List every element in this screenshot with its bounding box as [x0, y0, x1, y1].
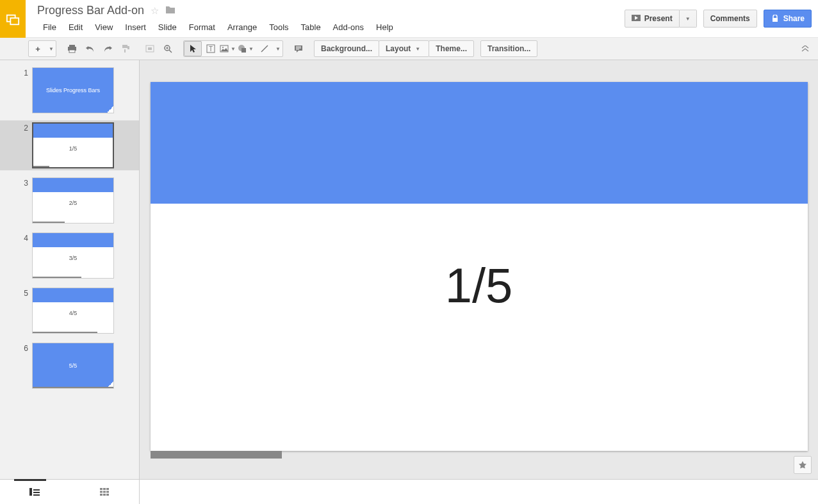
zoom-button[interactable] — [159, 41, 177, 56]
thumbnail[interactable]: 3/5 — [32, 232, 114, 279]
menu-view[interactable]: View — [89, 20, 119, 35]
slide-header-shape[interactable] — [151, 82, 808, 204]
slide-thumbnail-4[interactable]: 43/5 — [0, 231, 139, 280]
menu-insert[interactable]: Insert — [119, 20, 152, 35]
theme-button[interactable]: Theme... — [429, 41, 473, 56]
thumb-progress-bar — [33, 332, 97, 333]
paint-format-button[interactable] — [117, 41, 135, 56]
document-title[interactable]: Progress Bar Add-on — [37, 4, 144, 17]
svg-rect-9 — [148, 47, 152, 50]
folder-icon[interactable] — [165, 5, 176, 16]
share-button[interactable]: Share — [764, 10, 812, 28]
line-icon — [260, 44, 269, 53]
explore-button[interactable] — [794, 456, 812, 474]
svg-rect-37 — [106, 494, 109, 496]
svg-rect-26 — [33, 489, 40, 491]
slide-canvas[interactable]: 1/5 — [151, 82, 808, 451]
canvas-area[interactable]: 1/5 — [140, 60, 818, 479]
thumb-title-text: Slides Progress Bars — [33, 68, 113, 113]
slide-number: 2 — [0, 122, 32, 133]
slide-number: 4 — [0, 232, 32, 243]
svg-rect-36 — [103, 494, 106, 496]
star-icon[interactable]: ☆ — [151, 5, 159, 17]
print-button[interactable] — [63, 41, 81, 56]
menu-addons[interactable]: Add-ons — [327, 20, 370, 35]
footer — [0, 479, 818, 504]
thumb-progress-bar — [33, 387, 113, 388]
menu-bar: File Edit View Insert Slide Format Arran… — [37, 20, 618, 35]
toolbar: + ▼ T ▼ ▼ ▼ Background... Layout▼ Theme.… — [0, 38, 818, 60]
slide-text[interactable]: 1/5 — [445, 257, 513, 313]
app-logo[interactable] — [0, 0, 26, 38]
line-dropdown[interactable]: ▼ — [274, 41, 282, 56]
thumbnail[interactable]: 1/5 — [32, 122, 114, 168]
filmstrip-view-tab[interactable] — [15, 480, 54, 504]
shape-icon — [238, 44, 247, 53]
slide-thumbnail-6[interactable]: 65/5 — [0, 341, 139, 391]
grid-view-tab[interactable] — [85, 480, 124, 504]
header-main: Progress Bar Add-on ☆ File Edit View Ins… — [26, 0, 625, 37]
chevron-down-icon: ▼ — [229, 46, 238, 52]
menu-file[interactable]: File — [37, 20, 62, 35]
undo-button[interactable] — [81, 41, 99, 56]
new-slide-group: + ▼ — [28, 40, 56, 57]
svg-rect-1 — [10, 18, 19, 24]
new-slide-dropdown[interactable]: ▼ — [47, 41, 56, 56]
menu-slide[interactable]: Slide — [152, 20, 183, 35]
comment-tool[interactable] — [290, 41, 307, 56]
svg-rect-35 — [100, 494, 102, 496]
title-row: Progress Bar Add-on ☆ — [37, 4, 618, 17]
filmstrip-icon — [29, 488, 40, 496]
slide-filmstrip[interactable]: 1Slides Progress Bars21/532/543/554/565/… — [0, 60, 140, 479]
chevron-down-icon: ▼ — [47, 46, 56, 52]
layout-button[interactable]: Layout▼ — [379, 41, 429, 56]
background-button[interactable]: Background... — [315, 41, 379, 56]
slide-number: 6 — [0, 343, 32, 353]
textbox-tool[interactable]: T — [202, 41, 220, 56]
svg-rect-33 — [103, 491, 106, 493]
body: 1Slides Progress Bars21/532/543/554/565/… — [0, 60, 818, 479]
shape-tool[interactable]: ▼ — [238, 41, 256, 56]
svg-rect-27 — [33, 492, 40, 493]
select-tool[interactable] — [184, 41, 202, 56]
fit-icon — [145, 45, 154, 53]
svg-line-20 — [261, 45, 268, 52]
header: Progress Bar Add-on ☆ File Edit View Ins… — [0, 0, 818, 38]
image-tool[interactable]: ▼ — [220, 41, 238, 56]
slide-thumbnail-3[interactable]: 32/5 — [0, 175, 139, 225]
line-tool[interactable] — [256, 41, 274, 56]
menu-arrange[interactable]: Arrange — [222, 20, 263, 35]
collapse-toolbar-button[interactable] — [796, 41, 814, 56]
slide-thumbnail-5[interactable]: 54/5 — [0, 286, 139, 336]
svg-rect-3 — [773, 18, 778, 22]
slide-progress-bar[interactable] — [151, 451, 282, 459]
present-button[interactable]: Present — [625, 10, 680, 28]
chevron-down-icon: ▼ — [683, 16, 692, 22]
thumbnail[interactable]: 5/5 — [32, 343, 114, 389]
slide-thumbnail-2[interactable]: 21/5 — [0, 120, 139, 170]
svg-rect-29 — [100, 488, 102, 490]
present-dropdown[interactable]: ▼ — [680, 10, 697, 28]
svg-rect-6 — [69, 50, 75, 53]
redo-button[interactable] — [99, 41, 117, 56]
svg-rect-34 — [106, 491, 109, 493]
thumbnail[interactable]: 2/5 — [32, 177, 114, 224]
thumbnail[interactable]: Slides Progress Bars — [32, 67, 114, 113]
slide-thumbnail-1[interactable]: 1Slides Progress Bars — [0, 65, 139, 115]
svg-rect-25 — [29, 488, 32, 496]
transition-button[interactable]: Transition... — [481, 41, 537, 56]
thumbnail[interactable]: 4/5 — [32, 288, 114, 334]
menu-edit[interactable]: Edit — [63, 20, 88, 35]
insert-tools-group: T ▼ ▼ ▼ — [183, 40, 283, 57]
menu-table[interactable]: Table — [295, 20, 327, 35]
menu-tools[interactable]: Tools — [263, 20, 294, 35]
print-icon — [67, 44, 77, 53]
comments-button[interactable]: Comments — [703, 10, 757, 28]
menu-format[interactable]: Format — [183, 20, 221, 35]
zoom-fit-button[interactable] — [141, 41, 159, 56]
new-slide-button[interactable]: + — [29, 41, 47, 56]
svg-rect-32 — [100, 491, 102, 493]
menu-help[interactable]: Help — [370, 20, 399, 35]
undo-icon — [85, 45, 95, 53]
present-button-group: Present ▼ — [625, 10, 697, 28]
